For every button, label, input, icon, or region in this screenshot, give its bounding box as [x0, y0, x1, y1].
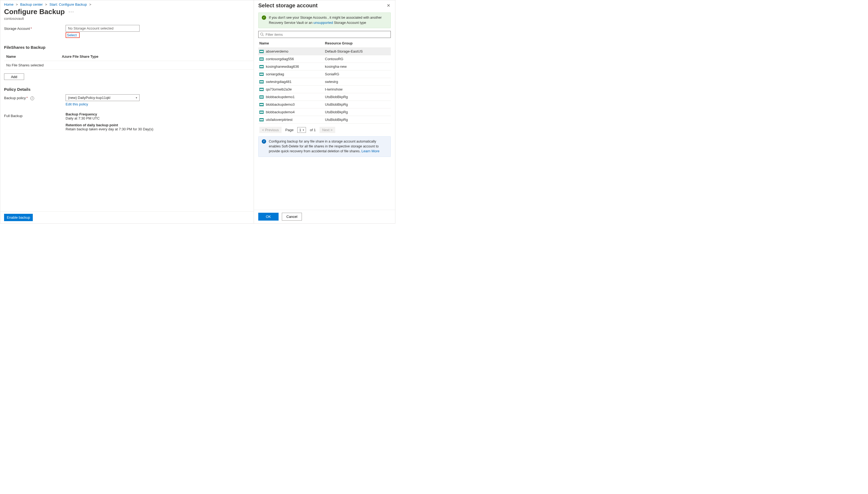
chevron-right-icon: > — [89, 2, 91, 6]
col-type: Azure File Share Type — [62, 55, 98, 59]
sa-rg: UtsBlobBkpRg — [325, 110, 390, 114]
select-storage-panel: Select storage account ✕ ✓ If you don't … — [254, 0, 395, 223]
chevron-down-icon: ▾ — [303, 129, 304, 131]
sa-rg: UtsBlobBkpRg — [325, 95, 390, 99]
freq-heading: Backup Frequency — [65, 112, 153, 116]
retention-value: Retain backup taken every day at 7:30 PM… — [65, 127, 153, 131]
sa-row[interactable]: utsfailoverpitrtestUtsBlobBkpRg — [258, 116, 391, 124]
storage-account-input[interactable]: No Storage Account selected — [65, 25, 139, 32]
notice-info: i Configuring backup for any file share … — [258, 136, 391, 157]
sa-rg: SoniaRG — [325, 72, 390, 76]
pager: < Previous Page 1 ▾ of 1 Next > — [258, 124, 391, 136]
sa-name: blobbackupdemo3 — [266, 102, 294, 107]
retention-heading: Retention of daily backup point — [65, 123, 153, 127]
full-backup-label: Full Backup — [4, 112, 65, 131]
sa-name: blobbackupdemo4 — [266, 110, 294, 114]
unsupported-link[interactable]: unsupported — [313, 21, 333, 25]
learn-more-link[interactable]: Learn More — [362, 149, 380, 153]
sa-rg: Default-Storage-EastUS — [325, 49, 390, 53]
sa-row[interactable]: blobbackupdemo4UtsBlobBkpRg — [258, 108, 391, 116]
add-button[interactable]: Add — [4, 73, 24, 80]
sa-row[interactable]: blobbackupdemo1UtsBlobBkpRg — [258, 93, 391, 101]
page-title: Configure Backup — [4, 7, 65, 16]
storage-icon — [259, 65, 264, 68]
sa-rg: ContosoRG — [325, 57, 390, 61]
cancel-button[interactable]: Cancel — [282, 213, 302, 221]
check-icon: ✓ — [262, 16, 266, 20]
sa-row[interactable]: abserverdemoDefault-Storage-EastUS — [258, 48, 391, 55]
sa-name: qa73omwib2a3e — [266, 87, 292, 91]
backup-policy-dropdown[interactable]: (new) DailyPolicy-kup11qkl ▾ — [65, 94, 139, 101]
storage-icon — [259, 57, 264, 61]
sa-name: contosorgdiag556 — [266, 57, 294, 61]
svg-line-1 — [263, 35, 264, 36]
sa-col-name: Name — [259, 41, 325, 45]
sa-rg: t-iwrinshow — [325, 87, 390, 91]
sa-row[interactable]: qa73omwib2a3et-iwrinshow — [258, 86, 391, 93]
enable-backup-button[interactable]: Enable backup — [4, 214, 33, 221]
col-name: Name — [6, 55, 62, 59]
breadcrumb-backup-center[interactable]: Backup center — [20, 2, 43, 6]
footer: Enable backup — [0, 211, 254, 223]
storage-icon — [259, 103, 264, 106]
chevron-right-icon: > — [16, 2, 18, 6]
chevron-down-icon: ▾ — [136, 96, 137, 99]
storage-icon — [259, 73, 264, 76]
search-input[interactable] — [266, 33, 389, 37]
sa-row[interactable]: contosorgdiag556ContosoRG — [258, 55, 391, 63]
storage-icon — [259, 118, 264, 121]
page-label: Page — [285, 128, 293, 132]
more-menu-icon[interactable]: ··· — [67, 9, 75, 15]
sa-name: kosinghanewdiag636 — [266, 64, 299, 69]
freq-value: Daily at 7:30 PM UTC — [65, 116, 153, 120]
close-icon[interactable]: ✕ — [386, 2, 391, 9]
sa-name: utsfailoverpitrtest — [266, 118, 292, 122]
storage-icon — [259, 80, 264, 83]
sa-name: soniargdiag — [266, 72, 284, 76]
chevron-right-icon: > — [45, 2, 47, 6]
search-input-wrap[interactable] — [258, 31, 391, 38]
storage-icon — [259, 88, 264, 91]
sa-rg: swtestrg — [325, 80, 390, 84]
sa-row[interactable]: blobbackupdemo3UtsBlobBkpRg — [258, 101, 391, 108]
info-icon[interactable]: i — [30, 96, 34, 100]
storage-icon — [259, 95, 264, 99]
sa-name: swtestrgdiag481 — [266, 80, 292, 84]
sa-rg: kosingha-new — [325, 64, 390, 69]
sa-name: blobbackupdemo1 — [266, 95, 294, 99]
sa-row[interactable]: kosinghanewdiag636kosingha-new — [258, 63, 391, 71]
edit-policy-link[interactable]: Edit this policy — [65, 102, 88, 106]
sa-row[interactable]: swtestrgdiag481swtestrg — [258, 78, 391, 86]
ok-button[interactable]: OK — [258, 213, 278, 221]
select-storage-link[interactable]: Select — [65, 32, 80, 38]
sa-rg: UtsBlobBkpRg — [325, 102, 390, 107]
breadcrumb-home[interactable]: Home — [4, 2, 14, 6]
panel-title: Select storage account — [258, 2, 317, 9]
sa-rg: UtsBlobBkpRg — [325, 118, 390, 122]
next-button[interactable]: Next > — [320, 127, 335, 133]
sa-list: abserverdemoDefault-Storage-EastUScontos… — [258, 48, 391, 124]
page-select[interactable]: 1 ▾ — [297, 127, 306, 133]
info-icon: i — [262, 139, 266, 144]
storage-account-label: Storage Account* — [4, 25, 65, 31]
breadcrumb-configure-backup[interactable]: Start: Configure Backup — [49, 2, 87, 6]
svg-point-0 — [261, 33, 263, 35]
backup-policy-label: Backup policy* i — [4, 94, 65, 100]
sa-name: abserverdemo — [266, 49, 288, 53]
search-icon — [260, 33, 264, 36]
storage-icon — [259, 50, 264, 53]
page-of: of 1 — [310, 128, 316, 132]
storage-icon — [259, 111, 264, 114]
prev-button[interactable]: < Previous — [259, 127, 282, 133]
notice-success: ✓ If you don't see your Storage Accounts… — [258, 13, 391, 28]
sa-row[interactable]: soniargdiagSoniaRG — [258, 71, 391, 78]
sa-col-rg: Resource Group — [325, 41, 390, 45]
